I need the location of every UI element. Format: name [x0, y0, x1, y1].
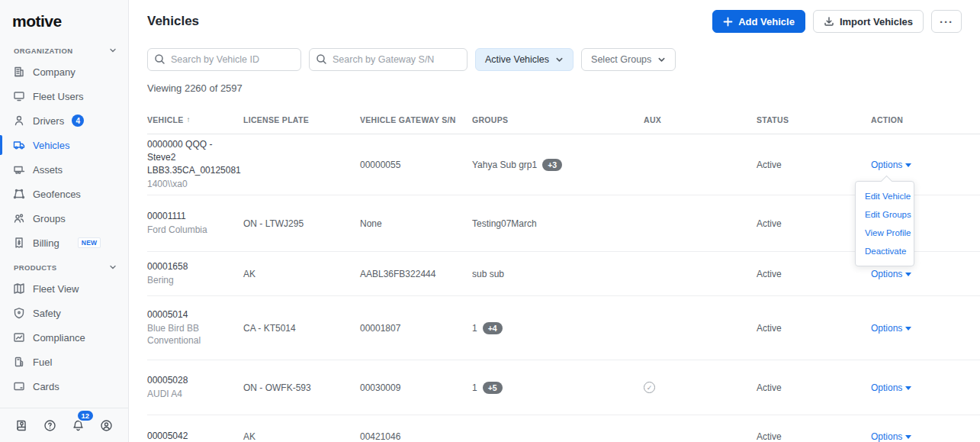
vehicle-cell: 00001111 Ford Columbia [147, 210, 243, 237]
sidebar-item-vehicles[interactable]: Vehicles [0, 133, 128, 157]
notifications-count-badge: 12 [76, 409, 95, 422]
vehicle-name: 00005014 [147, 308, 243, 321]
sort-asc-icon: ↑ [187, 115, 191, 124]
license-cell: ON - LTWJ295 [243, 218, 360, 229]
sidebar-item-label: Assets [33, 164, 63, 176]
license-cell: AK [243, 431, 360, 442]
sidebar-item-safety[interactable]: Safety [0, 301, 128, 325]
table-header-row: VEHICLE ↑ LICENSE PLATE VEHICLE GATEWAY … [147, 105, 980, 134]
options-button[interactable]: Options [871, 160, 911, 170]
column-header-license[interactable]: LICENSE PLATE [243, 115, 360, 124]
vehicle-name: 00005042 [147, 430, 243, 442]
vehicle-subtitle: Blue Bird BB Conventional [147, 322, 243, 348]
status-cell: Active [757, 160, 871, 170]
column-header-vehicle[interactable]: VEHICLE ↑ [147, 115, 243, 124]
options-label: Options [871, 323, 902, 334]
caret-down-icon [905, 435, 911, 439]
vehicle-name: 00001111 [147, 210, 243, 223]
logbook-icon[interactable] [13, 416, 31, 434]
group-name: 1 [472, 382, 477, 393]
groups-cell: sub sub [472, 269, 644, 279]
import-vehicles-label: Import Vehicles [840, 16, 913, 27]
options-button[interactable]: Options [871, 431, 911, 442]
help-icon[interactable] [41, 416, 59, 434]
sidebar-item-label: Cards [33, 381, 59, 392]
vehicle-cell: 00001658 Bering [147, 260, 243, 287]
column-header-action[interactable]: ACTION [871, 115, 980, 124]
search-gateway-input[interactable] [309, 48, 468, 71]
section-label: ORGANIZATION [14, 47, 72, 55]
vehicle-cell: 00005028 AUDI A4 [147, 374, 243, 401]
options-dropdown-menu: Edit Vehicle Edit Groups View Profile De… [855, 181, 914, 266]
trailer-icon [13, 163, 25, 176]
sidebar-item-cards[interactable]: Cards [0, 374, 128, 398]
table-row: 00005042 AK 00421046 Active Options [147, 415, 980, 442]
sidebar-item-groups[interactable]: Groups [0, 206, 128, 231]
vehicle-cell: 00005014 Blue Bird BB Conventional [147, 308, 243, 347]
group-count-badge[interactable]: +5 [483, 382, 503, 394]
group-name: Testing07March [472, 218, 537, 229]
import-icon [824, 16, 834, 27]
group-name: 1 [472, 323, 477, 334]
gateway-cell: 00030009 [360, 382, 472, 393]
sidebar-item-billing[interactable]: Billing NEW [0, 231, 128, 255]
column-header-gateway[interactable]: VEHICLE GATEWAY S/N [360, 115, 472, 124]
sidebar-item-fleet-users[interactable]: Fleet Users [0, 84, 128, 108]
group-count-badge[interactable]: +4 [483, 322, 503, 334]
sidebar: motive ORGANIZATION Company Fleet Users … [0, 0, 129, 442]
status-cell: Active [757, 269, 871, 279]
sidebar-item-fleet-view[interactable]: Fleet View [0, 276, 128, 301]
person-icon [13, 115, 25, 127]
account-icon[interactable] [98, 416, 116, 434]
options-button[interactable]: Options [871, 382, 911, 393]
options-label: Options [871, 160, 902, 170]
sidebar-item-compliance[interactable]: Compliance [0, 325, 128, 350]
map-icon [13, 282, 25, 295]
caret-down-icon [905, 386, 911, 390]
license-cell: CA - KT5014 [243, 323, 360, 334]
options-button[interactable]: Options [871, 323, 911, 334]
column-header-status[interactable]: STATUS [757, 115, 871, 124]
sidebar-item-label: Drivers [33, 115, 64, 127]
receipt-icon [13, 237, 25, 249]
page-header: Vehicles Add Vehicle Import Vehicles ··· [129, 0, 980, 33]
section-organization[interactable]: ORGANIZATION [0, 38, 128, 60]
menu-item-view-profile[interactable]: View Profile [856, 224, 914, 242]
sidebar-item-drivers[interactable]: Drivers 4 [0, 108, 128, 133]
column-header-aux[interactable]: AUX [644, 115, 757, 124]
truck-icon [13, 139, 25, 151]
menu-item-edit-groups[interactable]: Edit Groups [856, 205, 914, 224]
license-cell: AK [243, 269, 360, 279]
aux-check-icon: ✓ [644, 382, 655, 393]
gateway-cell: 00421046 [360, 431, 472, 442]
section-label: PRODUCTS [14, 263, 57, 272]
column-label: VEHICLE [147, 115, 184, 124]
sidebar-item-company[interactable]: Company [0, 60, 128, 84]
add-vehicle-button[interactable]: Add Vehicle [712, 10, 805, 33]
search-vehicle-input[interactable] [147, 48, 301, 71]
menu-item-deactivate[interactable]: Deactivate [856, 242, 914, 260]
options-button[interactable]: Options [871, 269, 911, 279]
import-vehicles-button[interactable]: Import Vehicles [813, 10, 924, 33]
active-vehicles-filter[interactable]: Active Vehicles [475, 48, 574, 71]
sidebar-item-geofences[interactable]: Geofences [0, 182, 128, 206]
status-cell: Active [757, 382, 871, 393]
menu-item-edit-vehicle[interactable]: Edit Vehicle [856, 187, 914, 205]
plus-icon [723, 17, 733, 27]
sidebar-item-assets[interactable]: Assets [0, 157, 128, 182]
sidebar-item-fuel[interactable]: Fuel [0, 350, 128, 374]
fuel-pump-icon [13, 356, 25, 368]
section-products[interactable]: PRODUCTS [0, 255, 128, 276]
notifications-bell-icon[interactable]: 12 [69, 416, 88, 434]
group-count-badge[interactable]: +3 [542, 159, 562, 171]
caret-down-icon [905, 327, 911, 331]
more-options-button[interactable]: ··· [931, 10, 962, 33]
column-header-groups[interactable]: GROUPS [472, 115, 644, 124]
sidebar-item-label: Vehicles [33, 140, 69, 151]
vehicle-search [147, 48, 301, 71]
chevron-down-icon [555, 56, 564, 64]
people-icon [13, 212, 25, 224]
groups-cell: 1 +5 [472, 382, 644, 394]
vehicle-cell: 0000000 QQQ - Steve2 LBB3.35CA_00125081 … [147, 138, 243, 190]
select-groups-filter[interactable]: Select Groups [581, 48, 676, 71]
